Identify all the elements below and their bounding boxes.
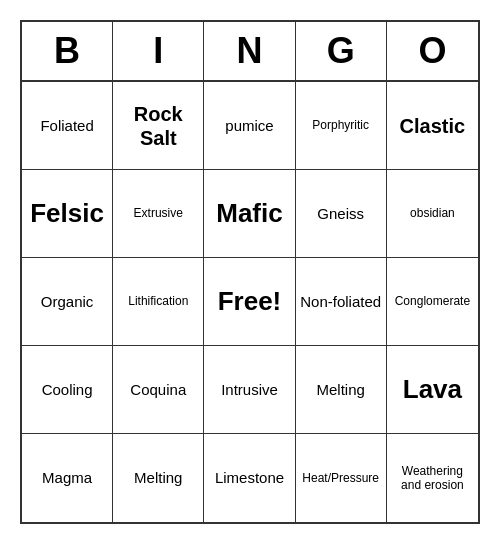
header-letter-G: G bbox=[296, 22, 387, 80]
cell-text-17: Intrusive bbox=[221, 381, 278, 399]
bingo-cell-18: Melting bbox=[296, 346, 387, 434]
bingo-cell-14: Conglomerate bbox=[387, 258, 478, 346]
cell-text-14: Conglomerate bbox=[395, 294, 470, 308]
cell-text-7: Mafic bbox=[216, 198, 282, 229]
cell-text-8: Gneiss bbox=[317, 205, 364, 223]
bingo-cell-6: Extrusive bbox=[113, 170, 204, 258]
cell-text-15: Cooling bbox=[42, 381, 93, 399]
bingo-cell-0: Foliated bbox=[22, 82, 113, 170]
header-letter-N: N bbox=[204, 22, 295, 80]
header-letter-B: B bbox=[22, 22, 113, 80]
cell-text-6: Extrusive bbox=[134, 206, 183, 220]
cell-text-5: Felsic bbox=[30, 198, 104, 229]
bingo-cell-8: Gneiss bbox=[296, 170, 387, 258]
bingo-cell-17: Intrusive bbox=[204, 346, 295, 434]
bingo-cell-5: Felsic bbox=[22, 170, 113, 258]
bingo-header: BINGO bbox=[22, 22, 478, 82]
cell-text-23: Heat/Pressure bbox=[302, 471, 379, 485]
bingo-cell-3: Porphyritic bbox=[296, 82, 387, 170]
cell-text-16: Coquina bbox=[130, 381, 186, 399]
header-letter-O: O bbox=[387, 22, 478, 80]
cell-text-18: Melting bbox=[317, 381, 365, 399]
bingo-cell-15: Cooling bbox=[22, 346, 113, 434]
bingo-cell-19: Lava bbox=[387, 346, 478, 434]
header-letter-I: I bbox=[113, 22, 204, 80]
cell-text-9: obsidian bbox=[410, 206, 455, 220]
cell-text-2: pumice bbox=[225, 117, 273, 135]
cell-text-12: Free! bbox=[218, 286, 282, 317]
bingo-cell-22: Limestone bbox=[204, 434, 295, 522]
bingo-grid: FoliatedRock SaltpumicePorphyriticClasti… bbox=[22, 82, 478, 522]
bingo-cell-23: Heat/Pressure bbox=[296, 434, 387, 522]
cell-text-20: Magma bbox=[42, 469, 92, 487]
bingo-cell-11: Lithification bbox=[113, 258, 204, 346]
bingo-cell-13: Non-foliated bbox=[296, 258, 387, 346]
bingo-cell-10: Organic bbox=[22, 258, 113, 346]
cell-text-22: Limestone bbox=[215, 469, 284, 487]
cell-text-11: Lithification bbox=[128, 294, 188, 308]
bingo-cell-12: Free! bbox=[204, 258, 295, 346]
bingo-cell-16: Coquina bbox=[113, 346, 204, 434]
cell-text-1: Rock Salt bbox=[117, 102, 199, 150]
bingo-cell-1: Rock Salt bbox=[113, 82, 204, 170]
cell-text-21: Melting bbox=[134, 469, 182, 487]
bingo-cell-21: Melting bbox=[113, 434, 204, 522]
bingo-cell-4: Clastic bbox=[387, 82, 478, 170]
bingo-cell-24: Weathering and erosion bbox=[387, 434, 478, 522]
cell-text-24: Weathering and erosion bbox=[391, 464, 474, 493]
cell-text-19: Lava bbox=[403, 374, 462, 405]
cell-text-0: Foliated bbox=[40, 117, 93, 135]
cell-text-13: Non-foliated bbox=[300, 293, 381, 311]
bingo-card: BINGO FoliatedRock SaltpumicePorphyritic… bbox=[20, 20, 480, 524]
bingo-cell-20: Magma bbox=[22, 434, 113, 522]
cell-text-3: Porphyritic bbox=[312, 118, 369, 132]
bingo-cell-2: pumice bbox=[204, 82, 295, 170]
bingo-cell-7: Mafic bbox=[204, 170, 295, 258]
bingo-cell-9: obsidian bbox=[387, 170, 478, 258]
cell-text-4: Clastic bbox=[400, 114, 466, 138]
cell-text-10: Organic bbox=[41, 293, 94, 311]
